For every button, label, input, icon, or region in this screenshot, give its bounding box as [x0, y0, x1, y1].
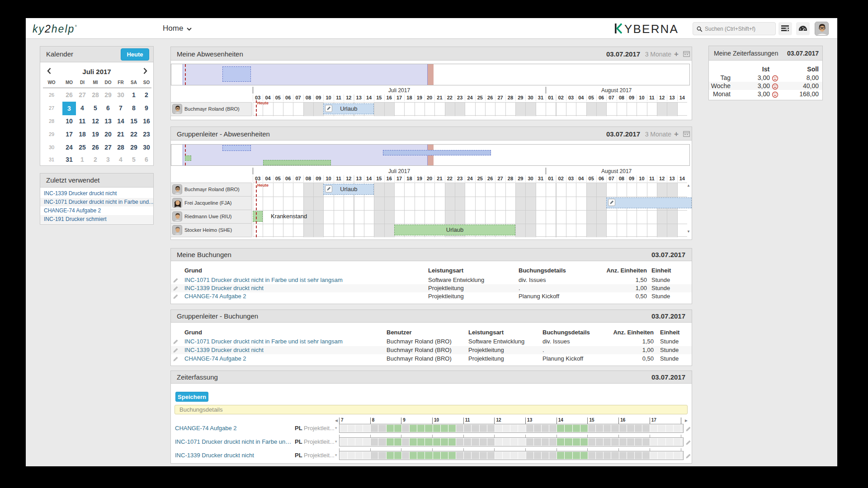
- svg-text:YBERNA: YBERNA: [624, 23, 679, 35]
